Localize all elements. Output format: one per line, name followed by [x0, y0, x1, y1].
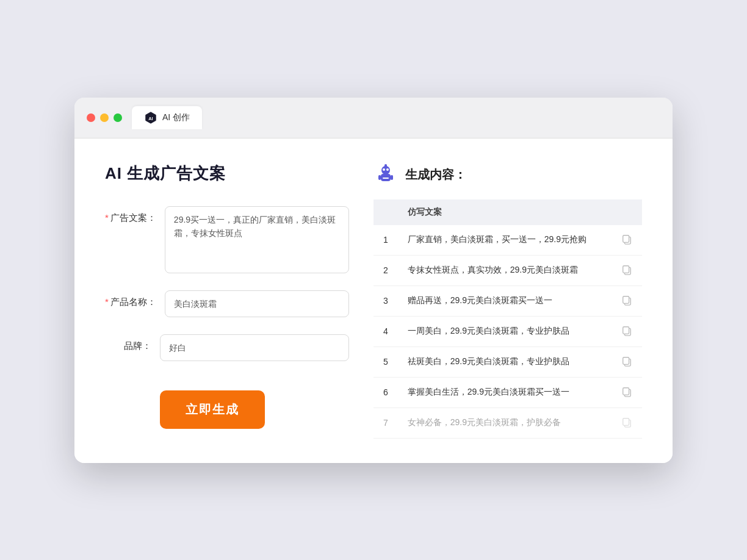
brand-group: 品牌： 好白: [105, 334, 349, 361]
maximize-button[interactable]: [114, 113, 122, 122]
row-text: 女神必备，29.9元美白淡斑霜，护肤必备: [398, 407, 610, 438]
svg-point-7: [386, 168, 389, 171]
svg-point-9: [384, 164, 387, 167]
results-header: 生成内容：: [374, 163, 642, 187]
row-text: 一周美白，29.9元美白淡斑霜，专业护肤品: [398, 316, 610, 346]
brand-label: 品牌：: [105, 334, 160, 352]
svg-rect-20: [623, 357, 629, 364]
ad-copy-label: *广告文案：: [105, 206, 165, 224]
copy-button[interactable]: [610, 255, 642, 285]
copy-button[interactable]: [610, 316, 642, 346]
row-number: 3: [374, 285, 398, 316]
svg-rect-14: [623, 265, 629, 273]
col-num-header: [374, 199, 398, 225]
required-star-2: *: [105, 296, 109, 307]
row-text: 祛斑美白，29.9元美白淡斑霜，专业护肤品: [398, 346, 610, 377]
svg-rect-4: [378, 175, 381, 180]
table-row: 7 女神必备，29.9元美白淡斑霜，护肤必备: [374, 407, 642, 438]
table-row: 3 赠品再送，29.9元美白淡斑霜买一送一: [374, 285, 642, 316]
main-content: AI 生成广告文案 *广告文案： 29.9买一送一，真正的厂家直销，美白淡斑霜，…: [74, 138, 673, 463]
row-number: 7: [374, 407, 398, 438]
product-name-group: *产品名称： 美白淡斑霜: [105, 290, 349, 317]
browser-window: AI AI 创作 AI 生成广告文案 *广告文案： 29.9买一送一，真正的厂家…: [74, 98, 673, 463]
close-button[interactable]: [87, 113, 95, 122]
ad-copy-group: *广告文案： 29.9买一送一，真正的厂家直销，美白淡斑霜，专抹女性斑点: [105, 206, 349, 273]
row-text: 赠品再送，29.9元美白淡斑霜买一送一: [398, 285, 610, 316]
copy-button[interactable]: [610, 407, 642, 438]
svg-rect-18: [623, 326, 629, 334]
row-number: 6: [374, 377, 398, 407]
row-number: 1: [374, 225, 398, 256]
tab-label: AI 创作: [162, 112, 190, 123]
table-row: 6 掌握美白生活，29.9元美白淡斑霜买一送一: [374, 377, 642, 407]
robot-icon: [374, 163, 398, 187]
page-title: AI 生成广告文案: [105, 163, 349, 184]
right-panel: 生成内容： 仿写文案 1 厂家直销，美白淡斑霜，买一送一，29.9元抢购: [374, 163, 642, 439]
row-text: 专抹女性斑点，真实功效，29.9元美白淡斑霜: [398, 255, 610, 285]
row-text: 掌握美白生活，29.9元美白淡斑霜买一送一: [398, 377, 610, 407]
svg-rect-12: [623, 235, 629, 242]
copy-button[interactable]: [610, 346, 642, 377]
product-name-input[interactable]: 美白淡斑霜: [165, 290, 349, 317]
ai-tab[interactable]: AI AI 创作: [132, 106, 202, 129]
traffic-lights: [87, 113, 122, 122]
ad-copy-input[interactable]: 29.9买一送一，真正的厂家直销，美白淡斑霜，专抹女性斑点: [165, 206, 349, 273]
svg-rect-16: [623, 296, 629, 303]
svg-text:AI: AI: [148, 115, 153, 121]
copy-button[interactable]: [610, 377, 642, 407]
minimize-button[interactable]: [100, 113, 109, 122]
svg-rect-5: [391, 175, 393, 180]
ai-tab-icon: AI: [144, 111, 157, 124]
table-row: 4 一周美白，29.9元美白淡斑霜，专业护肤品: [374, 316, 642, 346]
svg-rect-24: [623, 418, 629, 425]
col-text-header: 仿写文案: [398, 199, 610, 225]
table-row: 5 祛斑美白，29.9元美白淡斑霜，专业护肤品: [374, 346, 642, 377]
product-name-label: *产品名称：: [105, 290, 165, 308]
left-panel: AI 生成广告文案 *广告文案： 29.9买一送一，真正的厂家直销，美白淡斑霜，…: [105, 163, 349, 439]
brand-input[interactable]: 好白: [160, 334, 349, 361]
copy-button[interactable]: [610, 285, 642, 316]
row-number: 2: [374, 255, 398, 285]
svg-rect-22: [623, 387, 629, 395]
row-text: 厂家直销，美白淡斑霜，买一送一，29.9元抢购: [398, 225, 610, 256]
svg-rect-10: [383, 178, 389, 179]
required-star-1: *: [105, 212, 109, 223]
titlebar: AI AI 创作: [74, 98, 673, 138]
col-copy-header: [610, 199, 642, 225]
table-row: 2 专抹女性斑点，真实功效，29.9元美白淡斑霜: [374, 255, 642, 285]
row-number: 5: [374, 346, 398, 377]
results-title: 生成内容：: [405, 167, 466, 183]
svg-point-6: [383, 168, 385, 171]
generate-button[interactable]: 立即生成: [160, 390, 265, 429]
row-number: 4: [374, 316, 398, 346]
copy-button[interactable]: [610, 225, 642, 256]
table-row: 1 厂家直销，美白淡斑霜，买一送一，29.9元抢购: [374, 225, 642, 256]
results-table: 仿写文案 1 厂家直销，美白淡斑霜，买一送一，29.9元抢购 2 专抹女性斑点，…: [374, 199, 642, 439]
